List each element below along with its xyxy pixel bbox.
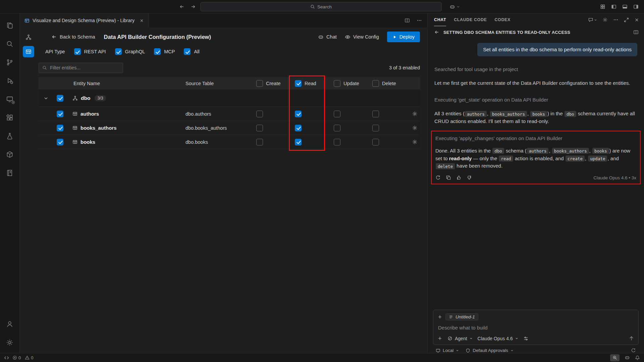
split-editor-icon[interactable] — [405, 18, 410, 23]
environment-picker[interactable]: Local — [436, 348, 459, 353]
dbo-group-checkbox[interactable] — [57, 95, 63, 102]
chat-panel: CHAT CLAUDE CODE CODEX — [427, 13, 644, 353]
back-to-schema-link[interactable]: Back to Schema — [51, 34, 95, 40]
problems-indicator[interactable]: 0 0 — [12, 355, 33, 360]
notebook-icon[interactable] — [2, 164, 18, 182]
tab-chat[interactable]: CHAT — [434, 13, 446, 26]
model-picker[interactable]: Claude Opus 4.6 — [478, 336, 518, 341]
tab-claude-code[interactable]: CLAUDE CODE — [454, 13, 487, 26]
api-type-mcp[interactable]: MCP — [154, 48, 175, 55]
zoom-indicator[interactable] — [610, 354, 620, 361]
send-icon[interactable] — [629, 336, 634, 341]
table-header-row: Entity Name Source Table Create Read — [39, 77, 420, 89]
open-chat-in-editor-icon[interactable] — [633, 29, 639, 35]
remote-indicator[interactable] — [4, 355, 9, 360]
regenerate-icon[interactable] — [435, 175, 441, 180]
copilot-status-icon[interactable] — [625, 355, 630, 360]
read-checkbox[interactable] — [295, 139, 302, 145]
row-settings-gear-icon[interactable] — [408, 111, 420, 117]
row-settings-gear-icon[interactable] — [408, 125, 420, 131]
explorer-icon[interactable] — [2, 16, 18, 35]
expand-panel-icon[interactable] — [624, 17, 629, 22]
api-builder-view-icon[interactable] — [23, 46, 34, 57]
notifications-bell-icon[interactable] — [635, 355, 640, 360]
create-checkbox[interactable] — [256, 125, 263, 131]
update-checkbox[interactable] — [334, 139, 340, 145]
remote-explorer-icon[interactable] — [2, 90, 18, 108]
command-center-search[interactable]: Search — [200, 2, 442, 11]
run-debug-icon[interactable] — [2, 71, 18, 90]
source-control-icon[interactable] — [2, 53, 18, 71]
update-all-checkbox[interactable] — [334, 80, 340, 87]
tools-sliders-icon[interactable] — [523, 336, 529, 341]
back-arrow-icon[interactable] — [179, 4, 184, 9]
thumbs-up-icon[interactable] — [456, 175, 462, 180]
delete-checkbox[interactable] — [372, 111, 379, 117]
delete-checkbox[interactable] — [372, 125, 379, 131]
extensions-icon[interactable] — [2, 108, 18, 127]
all-checkbox[interactable] — [184, 48, 191, 55]
create-checkbox[interactable] — [256, 139, 263, 145]
toggle-sidebar-left-icon[interactable] — [611, 4, 616, 9]
api-type-all[interactable]: All — [184, 48, 199, 55]
approvals-picker[interactable]: Default Approvals — [466, 348, 514, 353]
row-checkbox[interactable] — [57, 125, 63, 131]
graphql-checkbox[interactable] — [115, 48, 122, 55]
more-actions-icon[interactable] — [417, 18, 422, 23]
copilot-menu-button[interactable] — [447, 2, 462, 11]
rest-api-checkbox[interactable] — [74, 48, 81, 55]
read-checkbox[interactable] — [295, 125, 302, 131]
api-type-graphql[interactable]: GraphQL — [115, 48, 145, 55]
testing-icon[interactable] — [2, 127, 18, 145]
tab-close-icon[interactable] — [140, 18, 144, 23]
attach-icon[interactable] — [437, 336, 442, 341]
back-arrow-icon[interactable] — [434, 29, 439, 35]
account-icon[interactable] — [2, 315, 18, 333]
toggle-panel-icon[interactable] — [622, 4, 628, 9]
close-panel-icon[interactable] — [634, 17, 639, 22]
deploy-button[interactable]: Deploy — [387, 32, 420, 42]
mcp-checkbox[interactable] — [154, 48, 161, 55]
create-checkbox[interactable] — [256, 111, 263, 117]
create-all-checkbox[interactable] — [256, 80, 263, 87]
editor-tab[interactable]: Visualize and Design Schema (Preview) - … — [20, 13, 149, 27]
api-type-rest[interactable]: REST API — [74, 48, 106, 55]
update-checkbox[interactable] — [334, 111, 340, 117]
search-sidebar-icon[interactable] — [2, 35, 18, 53]
filter-entities-input[interactable]: Filter entities... — [39, 63, 123, 73]
schema-diagram-view-icon[interactable] — [23, 32, 34, 43]
tab-codex[interactable]: CODEX — [494, 13, 510, 26]
entity-row-authors[interactable]: authors dbo.authors — [39, 107, 420, 121]
schema-group-row[interactable]: dbo 3/3 — [39, 89, 420, 107]
row-checkbox[interactable] — [57, 111, 63, 117]
entity-row-books[interactable]: books dbo.books — [39, 135, 420, 149]
chat-input-placeholder[interactable]: Describe what to build — [438, 325, 634, 330]
tool-status-searched: Searched for tool usage in the project — [434, 66, 637, 72]
read-checkbox[interactable] — [295, 111, 302, 117]
delete-all-checkbox[interactable] — [372, 80, 379, 87]
add-context-icon[interactable] — [437, 314, 442, 319]
row-settings-gear-icon[interactable] — [408, 139, 420, 145]
grid-layout-icon[interactable] — [600, 4, 605, 9]
toggle-sidebar-right-icon[interactable] — [633, 4, 639, 9]
chat-settings-gear-icon[interactable] — [602, 17, 608, 22]
chat-input-box[interactable]: Untitled-1 Describe what to build Agent — [433, 310, 639, 345]
chat-button[interactable]: Chat — [318, 34, 337, 40]
entity-row-books-authors[interactable]: books_authors dbo.books_authors — [39, 121, 420, 135]
settings-gear-icon[interactable] — [2, 333, 18, 352]
new-chat-icon[interactable] — [588, 17, 597, 22]
more-actions-icon[interactable] — [613, 17, 619, 22]
chevron-down-icon[interactable] — [39, 96, 53, 101]
package-icon[interactable] — [2, 145, 18, 164]
read-all-checkbox[interactable] — [295, 80, 302, 87]
context-file-chip[interactable]: Untitled-1 — [445, 313, 478, 320]
mode-picker[interactable]: Agent — [447, 336, 473, 341]
copy-icon[interactable] — [446, 175, 451, 180]
thumbs-down-icon[interactable] — [467, 175, 472, 180]
view-config-button[interactable]: View Config — [345, 34, 379, 40]
forward-arrow-icon[interactable] — [191, 4, 196, 9]
update-checkbox[interactable] — [334, 125, 340, 131]
row-checkbox[interactable] — [57, 139, 63, 145]
sync-icon[interactable] — [631, 348, 636, 353]
delete-checkbox[interactable] — [372, 139, 379, 145]
